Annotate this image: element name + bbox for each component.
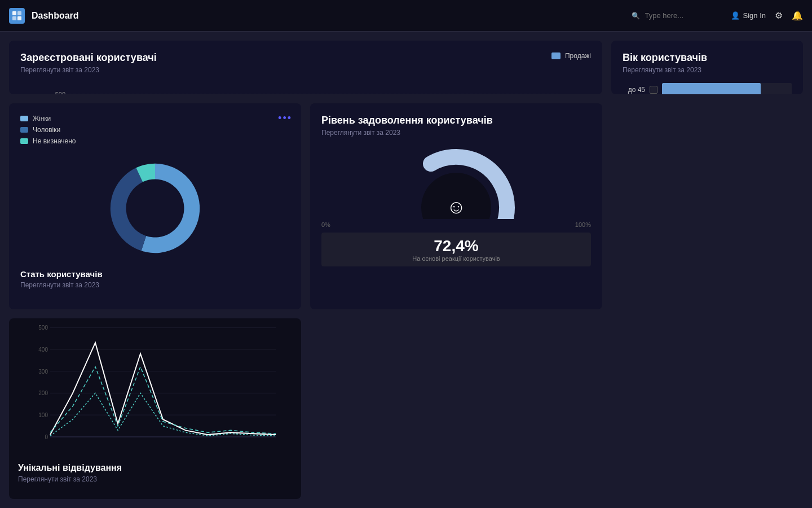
- gauge-info-box: 72,4% На основі реакції користувачів: [321, 233, 591, 266]
- svg-rect-0: [12, 11, 16, 15]
- gauge-minmax: 0% 100%: [321, 221, 591, 228]
- svg-text:0: 0: [45, 434, 48, 440]
- line-chart-svg: 0100200300400500: [9, 318, 301, 454]
- svg-text:500: 500: [55, 91, 65, 94]
- gauge-note: На основі реакції користувачів: [330, 255, 582, 262]
- settings-icon[interactable]: ⚙: [775, 10, 783, 21]
- gender-card: ••• ЖінкиЧоловікиНе визначено Стать кори…: [9, 103, 301, 309]
- legend-text: Чоловіки: [33, 126, 60, 134]
- search-input[interactable]: [627, 8, 717, 23]
- gauge-min: 0%: [321, 221, 330, 228]
- gauge-percentage: 72,4%: [330, 237, 582, 255]
- age-bar-bg: [662, 83, 792, 94]
- legend-color-swatch: [20, 138, 28, 144]
- svg-text:400: 400: [38, 347, 48, 353]
- svg-text:100: 100: [38, 412, 48, 418]
- gender-legend-item: Не визначено: [20, 137, 290, 145]
- legend-color-swatch: [20, 127, 28, 133]
- satisfaction-card: Рівень задоволення користувачів Переглян…: [310, 103, 602, 309]
- more-icon[interactable]: •••: [278, 112, 292, 124]
- bottom-row: 0100200300400500 Унікальні відвідування …: [9, 103, 803, 499]
- main-content: Зареєстровані користувачі Переглянути зв…: [0, 32, 812, 508]
- bell-icon[interactable]: 🔔: [792, 10, 803, 21]
- svg-text:☺: ☺: [447, 196, 466, 217]
- age-users-title: Вік користувачів: [623, 52, 792, 64]
- gender-legend-item: Чоловіки: [20, 126, 290, 134]
- app-title: Dashboard: [32, 11, 620, 21]
- satisfaction-gauge: ☺ 0% 100% 72,4% На основі реакції корист…: [321, 146, 591, 266]
- donut-chart: [99, 152, 211, 265]
- unique-visits-subtitle[interactable]: Переглянути звіт за 2023: [18, 475, 292, 483]
- legend-text: Жінки: [33, 115, 51, 122]
- satisfaction-title: Рівень задоволення користувачів: [321, 115, 591, 126]
- header-actions: 👤 Sign In ⚙ 🔔: [731, 10, 803, 21]
- gender-legend-item: Жінки: [20, 115, 290, 122]
- registered-users-subtitle[interactable]: Переглянути звіт за 2023: [20, 66, 591, 74]
- svg-text:200: 200: [38, 390, 48, 396]
- signin-button[interactable]: 👤 Sign In: [731, 11, 766, 20]
- legend-color-swatch: [20, 116, 28, 121]
- unique-visits-title: Унікальні відвідування: [18, 463, 292, 473]
- age-users-subtitle[interactable]: Переглянути звіт за 2023: [623, 66, 792, 74]
- gender-title: Стать користувачів: [20, 269, 290, 279]
- age-checkbox[interactable]: [650, 86, 657, 94]
- gauge-max: 100%: [575, 221, 591, 228]
- svg-text:500: 500: [38, 325, 48, 331]
- bar-chart-svg: 0100200300400500КиївОдесаЛьвівДніпроКрив…: [20, 83, 591, 94]
- bar-chart-legend: Продажі: [551, 52, 591, 60]
- age-bar-row: до 45: [623, 83, 792, 94]
- search-wrapper: 🔍: [627, 8, 717, 23]
- gender-subtitle[interactable]: Переглянути звіт за 2023: [20, 281, 290, 289]
- unique-visits-footer: Унікальні відвідування Переглянути звіт …: [9, 456, 301, 499]
- registered-users-title: Зареєстровані користувачі: [20, 52, 591, 64]
- donut-wrapper: [20, 152, 290, 265]
- legend-text: Не визначено: [33, 137, 76, 145]
- app-logo: [9, 8, 25, 24]
- svg-text:300: 300: [38, 369, 48, 375]
- svg-rect-3: [17, 16, 21, 20]
- app-header: Dashboard 🔍 👤 Sign In ⚙ 🔔: [0, 0, 812, 32]
- svg-rect-2: [12, 16, 16, 20]
- svg-point-49: [127, 180, 183, 236]
- registered-users-card: Зареєстровані користувачі Переглянути зв…: [9, 41, 602, 94]
- legend-color-box: [551, 52, 561, 59]
- legend-label: Продажі: [565, 52, 591, 60]
- age-users-card: Вік користувачів Переглянути звіт за 202…: [611, 41, 803, 94]
- gauge-svg: ☺: [394, 146, 518, 219]
- gender-legend: ЖінкиЧоловікиНе визначено: [20, 115, 290, 145]
- age-bars-container: до 4545-5050-5555-6060 +: [623, 83, 792, 94]
- user-icon: 👤: [731, 11, 740, 20]
- age-group-label: до 45: [623, 86, 645, 94]
- svg-rect-1: [17, 11, 21, 15]
- unique-visits-card: 0100200300400500 Унікальні відвідування …: [9, 318, 301, 499]
- satisfaction-subtitle[interactable]: Переглянути звіт за 2023: [321, 129, 591, 137]
- age-bar-fill: [662, 83, 761, 94]
